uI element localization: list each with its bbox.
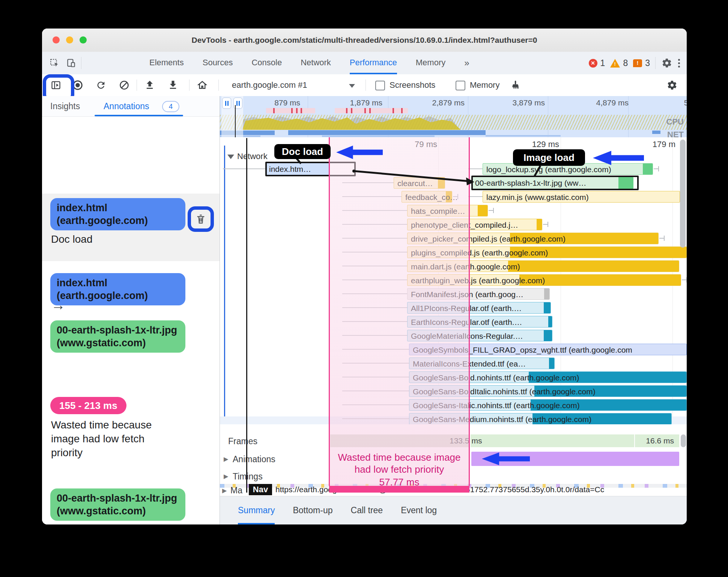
chevron-down-icon[interactable] (227, 155, 234, 159)
tab-insights[interactable]: Insights (50, 96, 80, 116)
screenshots-label[interactable]: Screenshots (390, 74, 435, 96)
gc-broom-icon[interactable] (510, 80, 521, 91)
request-bar[interactable]: GoogleSans-BoldItalic.nohints.ttf (earth… (409, 385, 687, 397)
waterfall-scrollbar[interactable] (680, 140, 686, 248)
request-bar-cap (549, 358, 554, 369)
request-bar[interactable]: drive_picker_compiled.js (earth.google.c… (407, 233, 659, 244)
doc-load-annotation-label[interactable]: Doc load (274, 144, 331, 159)
details-tab-call-tree[interactable]: Call tree (351, 496, 383, 524)
record-button[interactable] (72, 80, 83, 91)
details-tab-bottom-up[interactable]: Bottom-up (293, 496, 332, 524)
request-whisker (342, 307, 407, 308)
request-bar[interactable]: GoogleMaterialIcons-Regular.… (407, 330, 552, 341)
request-bar[interactable]: GoogleSans-Medium.nohints.ttf (earth.goo… (409, 413, 672, 424)
settings-gear-icon[interactable] (662, 58, 672, 68)
issues-badge-icon[interactable]: ! (633, 59, 642, 67)
annotation-label[interactable]: Wasted time because image had low fetch … (51, 418, 175, 460)
annotated-request-outline[interactable]: 00-earth-splash-1x-ltr.jpg (ww… (471, 176, 639, 190)
annotation-arrow-icon[interactable]: → (51, 299, 65, 311)
tab-annotations[interactable]: Annotations (104, 96, 149, 116)
expand-triangle-icon[interactable]: ▶ (224, 455, 228, 463)
tab-performance[interactable]: Performance (350, 52, 397, 74)
request-whisker (342, 349, 409, 350)
image-load-annotation-label[interactable]: Image load (513, 149, 585, 166)
warning-count[interactable]: 8 (623, 58, 628, 68)
memory-label[interactable]: Memory (470, 74, 499, 96)
network-section-header[interactable]: Network (227, 152, 268, 161)
frames-track[interactable]: Frames 133.5 ms 16.6 ms (220, 432, 687, 450)
timeline-overview[interactable]: 879 ms1,879 ms2,879 ms3,879 ms4,879 ms5,… (220, 96, 687, 138)
network-waterfall[interactable]: 79 ms129 ms179 m Network index.htm…logo_… (220, 137, 687, 424)
toggle-sidebar-icon[interactable] (50, 80, 62, 91)
error-badge-icon[interactable]: ✕ (589, 59, 597, 68)
request-bar[interactable]: feedback_co… (402, 191, 452, 203)
reload-record-button[interactable] (95, 80, 107, 91)
request-bar-cap (478, 205, 487, 216)
net-activity-bar (652, 131, 660, 134)
zoom-window-button[interactable] (80, 36, 87, 44)
tab-sources[interactable]: Sources (203, 52, 233, 74)
request-bar[interactable]: All1PIcons-Regular.otf (earth.… (407, 302, 551, 314)
download-profile-icon[interactable] (167, 80, 179, 91)
device-toolbar-icon[interactable] (65, 57, 77, 69)
annotation-label[interactable]: Doc load (51, 233, 93, 245)
annotation-request-chip[interactable]: 00-earth-splash-1x-ltr.jpg (www.gstatic.… (50, 488, 185, 521)
request-bar[interactable]: GoogleSans-Bold.nohints.ttf (earth.googl… (409, 371, 687, 383)
waterfall-time-label: 179 m (634, 140, 675, 149)
request-label: phenotype_client_compiled.j… (411, 219, 518, 231)
tab-network[interactable]: Network (301, 52, 331, 74)
request-bar[interactable]: earthplugin_web.js (earth.google.com) (407, 274, 681, 286)
history-dropdown[interactable]: earth.google.com #1 (232, 74, 307, 96)
request-bar[interactable]: clearcut… (394, 177, 445, 189)
clear-button[interactable] (119, 80, 130, 91)
request-bar[interactable]: GoogleSymbols_FILL_GRAD_opsz_wght.ttf (e… (409, 344, 687, 355)
frames-bar[interactable]: 133.5 ms 16.6 ms (330, 434, 679, 447)
request-bar[interactable]: hats_compile… (407, 205, 488, 216)
request-bar[interactable]: EarthIcons-Regular.otf (earth.… (407, 316, 552, 328)
request-bar[interactable]: plugins_compiled.js (earth.google.com) (407, 246, 687, 258)
more-options-kebab-icon[interactable] (678, 59, 680, 68)
request-bar[interactable]: phenotype_client_compiled.j… (407, 219, 542, 230)
annotation-request-chip[interactable]: index.html (earth.google.com) (50, 198, 185, 230)
upload-profile-icon[interactable] (144, 80, 155, 91)
left-window-handle[interactable] (222, 98, 231, 109)
tab-console[interactable]: Console (251, 52, 282, 74)
capture-settings-gear-icon[interactable] (666, 80, 678, 91)
expand-triangle-icon[interactable]: ▶ (222, 487, 227, 494)
annotation-request-chip[interactable]: index.html (earth.google.com) (50, 273, 185, 305)
ruler-tick-label: 4,879 ms (587, 98, 629, 107)
request-whisker (342, 252, 407, 252)
memory-checkbox[interactable] (456, 81, 465, 90)
tab-memory[interactable]: Memory (416, 52, 445, 74)
home-icon[interactable] (197, 80, 208, 91)
close-window-button[interactable] (53, 36, 60, 44)
minimize-window-button[interactable] (66, 36, 73, 44)
request-bar[interactable]: GoogleSans-Italic.nohints.ttf (earth.goo… (409, 399, 687, 411)
request-end-tick (654, 168, 658, 169)
request-bar[interactable]: lazy.min.js (www.gstatic.com) (483, 191, 680, 203)
annotation-time-range-chip[interactable]: 155 - 213 ms (50, 397, 126, 414)
request-label: GoogleSymbols_FILL_GRAD_opsz_wght.ttf (e… (413, 344, 632, 356)
request-bar[interactable]: MaterialIcons-Extended.ttf (ea… (409, 358, 555, 369)
details-tab-summary[interactable]: Summary (238, 496, 275, 524)
chevron-down-icon[interactable] (349, 84, 355, 88)
devtools-tab-strip: ElementsSourcesConsoleNetworkPerformance… (42, 52, 687, 75)
frames-scroll-thumb[interactable] (681, 434, 686, 447)
issue-count[interactable]: 3 (645, 58, 650, 68)
inspect-element-icon[interactable] (49, 57, 60, 69)
error-count[interactable]: 1 (600, 58, 605, 68)
request-bar[interactable]: main.dart.js (earth.google.com) (407, 260, 679, 272)
interaction-tick (364, 108, 366, 113)
details-tab-event-log[interactable]: Event log (401, 496, 437, 524)
request-whisker (342, 391, 409, 391)
annotated-request-outline[interactable]: index.htm… (265, 162, 356, 176)
request-end-tick (658, 166, 659, 171)
more-tabs-icon[interactable]: » (464, 58, 469, 68)
request-whisker (342, 418, 409, 419)
expand-triangle-icon[interactable]: ▶ (224, 473, 228, 480)
request-bar[interactable]: FontManifest.json (earth.goog… (407, 288, 550, 300)
screenshots-checkbox[interactable] (375, 81, 385, 90)
warning-badge-icon[interactable]: ! (610, 59, 620, 68)
tab-elements[interactable]: Elements (149, 52, 184, 74)
annotation-request-chip[interactable]: 00-earth-splash-1x-ltr.jpg (www.gstatic.… (50, 320, 185, 353)
